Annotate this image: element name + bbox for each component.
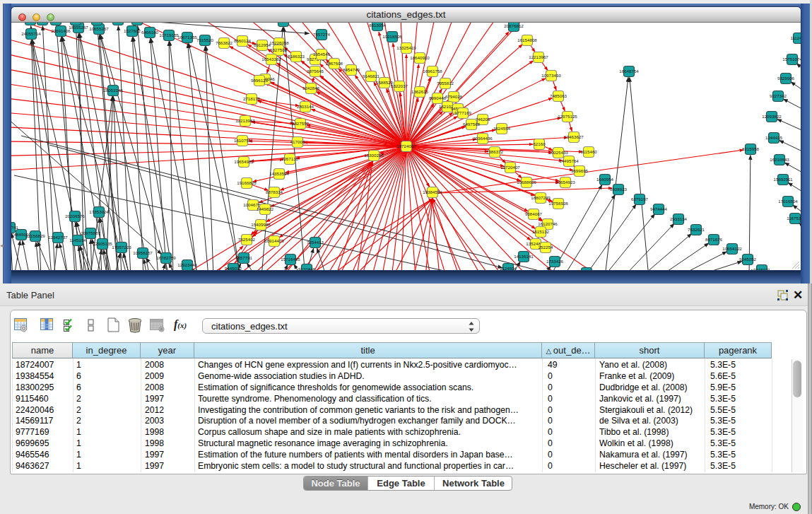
svg-text:1640954: 1640954	[596, 177, 614, 182]
svg-text:1167534: 1167534	[787, 216, 801, 221]
svg-text:12905135: 12905135	[93, 241, 112, 246]
svg-text:3624554: 3624554	[493, 126, 511, 131]
svg-text:9657791: 9657791	[235, 255, 253, 260]
svg-text:18640910: 18640910	[410, 55, 430, 60]
svg-text:19756928: 19756928	[548, 201, 568, 206]
svg-text:2867608: 2867608	[326, 61, 343, 66]
svg-text:7485063: 7485063	[550, 93, 567, 98]
svg-text:12156829: 12156829	[25, 233, 45, 238]
svg-text:9115460: 9115460	[580, 149, 597, 154]
svg-text:9146821: 9146821	[363, 74, 380, 78]
svg-text:15751074: 15751074	[782, 57, 801, 62]
svg-text:6466160: 6466160	[141, 30, 159, 35]
svg-text:15720407: 15720407	[500, 165, 520, 170]
svg-text:7625402: 7625402	[238, 237, 256, 242]
svg-text:16154808: 16154808	[517, 37, 537, 42]
svg-text:10654122: 10654122	[722, 246, 742, 251]
svg-text:1615132: 1615132	[532, 229, 550, 234]
svg-text:12213967: 12213967	[529, 54, 548, 59]
svg-text:15716485: 15716485	[281, 257, 300, 262]
svg-text:9329906: 9329906	[777, 76, 795, 81]
svg-text:1527602: 1527602	[124, 28, 141, 33]
svg-text:9227342: 9227342	[770, 93, 787, 98]
svg-text:5322037: 5322037	[391, 83, 408, 88]
svg-text:16648754: 16648754	[619, 69, 639, 74]
svg-text:10958157: 10958157	[133, 250, 153, 255]
svg-text:1112453: 1112453	[790, 35, 801, 40]
svg-text:7386372: 7386372	[486, 149, 504, 154]
svg-text:9124504: 9124504	[500, 266, 517, 270]
svg-text:16671355: 16671355	[177, 35, 197, 40]
svg-text:7857274: 7857274	[313, 32, 331, 37]
svg-text:1449822: 1449822	[257, 206, 274, 211]
svg-text:8990448: 8990448	[429, 95, 447, 100]
svg-text:12942737: 12942737	[48, 235, 68, 240]
svg-text:10688609: 10688609	[517, 180, 536, 185]
svg-text:1362615: 1362615	[411, 89, 429, 94]
svg-text:7632621: 7632621	[688, 227, 705, 232]
svg-text:2933134: 2933134	[670, 216, 688, 221]
svg-text:7515520: 7515520	[196, 37, 214, 42]
svg-text:16210643: 16210643	[770, 157, 789, 162]
svg-text:8186323: 8186323	[288, 54, 305, 59]
svg-text:12093822: 12093822	[762, 114, 782, 119]
svg-text:19166825: 19166825	[237, 180, 257, 185]
svg-text:9745021: 9745021	[753, 267, 771, 270]
svg-text:18300295: 18300295	[364, 153, 384, 158]
svg-text:1610755: 1610755	[234, 138, 252, 143]
svg-text:19384554: 19384554	[423, 189, 442, 194]
svg-text:10719155: 10719155	[159, 33, 179, 37]
svg-text:6794028: 6794028	[445, 94, 463, 99]
svg-text:7254413: 7254413	[307, 240, 324, 245]
svg-text:14495764: 14495764	[559, 158, 579, 163]
svg-text:12923448: 12923448	[177, 262, 197, 267]
svg-text:1954546: 1954546	[313, 52, 331, 57]
svg-text:1145194: 1145194	[69, 238, 86, 243]
svg-text:20975887: 20975887	[81, 230, 100, 235]
svg-text:8813054: 8813054	[369, 23, 387, 28]
svg-text:19218506: 19218506	[382, 34, 402, 39]
svg-text:9132448: 9132448	[298, 267, 316, 270]
svg-text:24055714: 24055714	[21, 31, 41, 36]
svg-text:8878334: 8878334	[266, 189, 283, 194]
svg-text:20364436: 20364436	[473, 136, 493, 141]
svg-text:62160: 62160	[533, 141, 546, 146]
svg-text:9242848: 9242848	[302, 86, 320, 90]
svg-text:10973493: 10973493	[541, 73, 561, 78]
svg-text:16961758: 16961758	[423, 69, 442, 74]
svg-text:14353594: 14353594	[269, 171, 289, 176]
svg-text:6379197: 6379197	[631, 197, 649, 201]
svg-text:9474444: 9474444	[650, 206, 668, 211]
svg-text:252254: 252254	[539, 245, 553, 250]
svg-text:8454749: 8454749	[343, 67, 360, 72]
svg-text:9245052: 9245052	[739, 257, 757, 262]
svg-text:6497568: 6497568	[463, 122, 481, 127]
svg-text:8660124: 8660124	[234, 38, 252, 43]
svg-text:15692911: 15692911	[773, 177, 793, 182]
svg-text:3267130: 3267130	[281, 156, 299, 161]
svg-text:19654982: 19654982	[234, 159, 254, 164]
svg-text:1244415: 1244415	[765, 135, 783, 140]
svg-text:8938923: 8938923	[610, 187, 628, 192]
svg-text:17016504: 17016504	[778, 199, 798, 204]
svg-text:2803144: 2803144	[297, 104, 314, 109]
svg-text:9084067: 9084067	[525, 211, 543, 216]
svg-text:10655267: 10655267	[89, 26, 109, 31]
svg-text:9777169: 9777169	[454, 110, 472, 115]
svg-text:19463627: 19463627	[564, 134, 584, 139]
svg-text:8912954: 8912954	[254, 42, 271, 47]
svg-text:9327508: 9327508	[270, 47, 288, 52]
svg-text:8427552: 8427552	[292, 121, 310, 126]
svg-text:17353924: 17353924	[89, 209, 109, 214]
svg-text:18807249: 18807249	[531, 195, 551, 200]
svg-text:16053809: 16053809	[273, 23, 293, 23]
svg-text:16120746: 16120746	[538, 221, 558, 226]
svg-text:9896123: 9896123	[251, 78, 269, 83]
svg-text:10025433: 10025433	[548, 150, 568, 155]
svg-text:9445012: 9445012	[225, 266, 242, 270]
svg-text:3875645: 3875645	[307, 69, 324, 74]
svg-text:8215958: 8215958	[742, 146, 760, 151]
svg-text:1733426: 1733426	[546, 259, 564, 264]
svg-text:14136141: 14136141	[514, 254, 534, 259]
svg-text:16543382: 16543382	[261, 57, 281, 62]
